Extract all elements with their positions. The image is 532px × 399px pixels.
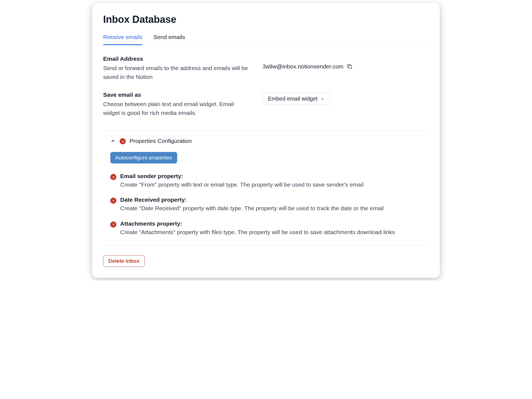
delete-inbox-button[interactable]: Delete inbox [103,255,145,267]
divider [103,245,429,245]
save-as-right: Embed email widget [263,92,429,105]
property-item-attachments: Attachments property: Create "Attachment… [110,217,429,240]
chevron-up-icon[interactable] [110,138,116,144]
email-address-desc: Send or forward emails to the address an… [103,64,252,81]
tab-receive-emails[interactable]: Receive emails [103,32,142,45]
copy-icon[interactable] [347,63,353,70]
property-name: Email sender property: [120,173,429,179]
email-address-label: Email Address [103,56,252,62]
properties-header[interactable]: Properties Configuration [103,131,429,144]
property-name: Attachments property: [120,220,429,227]
email-address-left: Email Address Send or forward emails to … [103,56,252,81]
error-icon [110,221,116,228]
save-as-select[interactable]: Embed email widget [263,93,330,105]
property-desc: Create "Attachments" property with files… [120,228,429,236]
email-address-value: 3a9w@inbox.notionsender.com [263,63,343,70]
save-as-label: Save email as [103,92,252,98]
property-name: Date Received property: [120,196,429,203]
error-icon [110,198,116,204]
error-icon [110,174,116,180]
email-address-section: Email Address Send or forward emails to … [103,45,429,81]
save-as-left: Save email as Choose between plain text … [103,92,252,117]
save-as-selected: Embed email widget [268,96,317,102]
properties-title: Properties Configuration [130,138,192,144]
tab-send-emails[interactable]: Send emails [153,32,185,45]
svg-rect-0 [349,65,352,68]
property-item-date-received: Date Received property: Create "Date Rec… [110,193,429,216]
page-title: Inbox Database [103,14,429,25]
chevron-down-icon [320,97,325,101]
save-email-as-section: Save email as Choose between plain text … [103,81,429,117]
property-item-email-sender: Email sender property: Create "From" pro… [110,169,429,193]
properties-list: Email sender property: Create "From" pro… [103,164,429,240]
property-text: Date Received property: Create "Date Rec… [120,196,429,212]
save-as-desc: Choose between plain text and email widg… [103,100,252,117]
property-desc: Create "From" property with text or emai… [120,181,429,189]
property-text: Email sender property: Create "From" pro… [120,173,429,189]
autoconfigure-button[interactable]: Autoconfigure properties [110,152,177,164]
error-icon [120,138,126,144]
email-address-right: 3a9w@inbox.notionsender.com [263,56,429,70]
property-text: Attachments property: Create "Attachment… [120,220,429,236]
settings-card: Inbox Database Receive emails Send email… [92,3,440,278]
tabs: Receive emails Send emails [103,31,429,45]
property-desc: Create "Date Received" property with dat… [120,204,429,212]
